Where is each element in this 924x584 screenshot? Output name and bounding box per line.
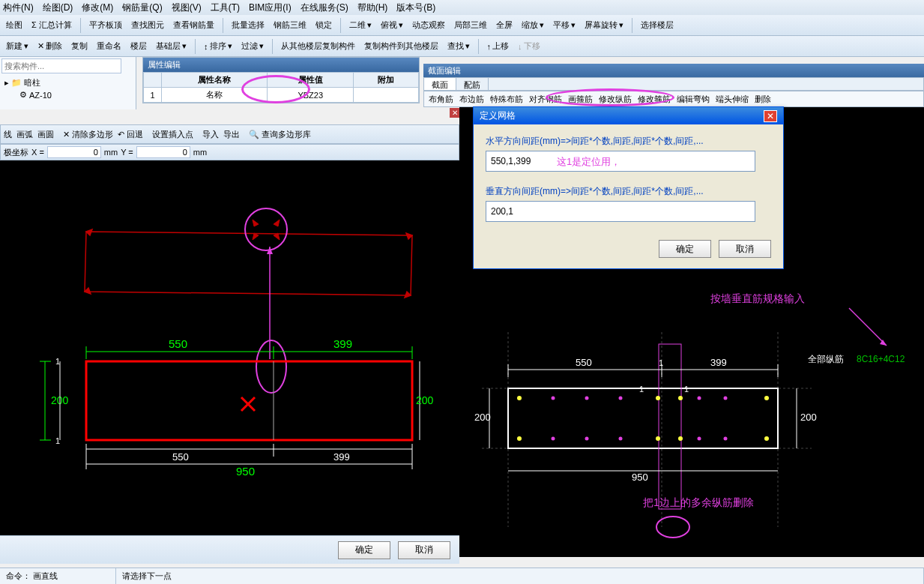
dim-label: 1: [55, 357, 60, 366]
annotation-text: 按墙垂直筋规格输入: [710, 292, 805, 304]
cancel-button[interactable]: 取消: [398, 541, 450, 559]
base-layer-button[interactable]: 基础层 ▾: [153, 39, 190, 53]
section-editor-title: 截面编辑: [423, 64, 924, 78]
search-input[interactable]: [1, 58, 121, 73]
copy-from-floor-button[interactable]: 从其他楼层复制构件: [278, 39, 358, 53]
edit-hook-button[interactable]: 编辑弯钩: [677, 94, 710, 105]
align-rebar-button[interactable]: 对齐钢筋: [529, 94, 562, 105]
status-hint: 请选择下一点: [116, 568, 924, 584]
dynview-button[interactable]: 动态观察: [409, 18, 448, 32]
move-down-button[interactable]: ↓ 下移: [515, 39, 543, 53]
dim-label: 950: [236, 465, 255, 478]
pan-button[interactable]: 平移 ▾: [550, 18, 579, 32]
corner-rebar-button[interactable]: 布角筋: [429, 94, 453, 105]
delete-rebar-button[interactable]: 删除: [755, 94, 771, 105]
new-button[interactable]: 新建 ▾: [3, 39, 31, 53]
layer-button[interactable]: 楼层: [127, 39, 150, 53]
modify-longitudinal-button[interactable]: 修改纵筋: [599, 94, 632, 105]
level-button[interactable]: 平齐板顶: [86, 18, 125, 32]
svg-line-55: [849, 308, 887, 346]
menu-item[interactable]: 构件(N): [3, 1, 34, 14]
menu-item[interactable]: 钢筋量(Q): [122, 1, 162, 14]
menu-item[interactable]: 帮助(H): [357, 1, 388, 14]
menu-item[interactable]: 修改(M): [82, 1, 113, 14]
move-up-button[interactable]: ↑ 上移: [484, 39, 513, 53]
dim-label: 1: [659, 358, 663, 367]
modify-stirrup-button[interactable]: 修改箍筋: [638, 94, 671, 105]
arc-button[interactable]: 画弧: [16, 129, 33, 140]
coord-mode[interactable]: 极坐标: [4, 147, 28, 158]
delete-button[interactable]: ✕ 删除: [34, 39, 65, 53]
special-rebar-button[interactable]: 特殊布筋: [490, 94, 523, 105]
end-extend-button[interactable]: 端头伸缩: [716, 94, 749, 105]
svg-point-33: [764, 436, 769, 441]
rotate-button[interactable]: 屏幕旋转 ▾: [582, 18, 626, 32]
edge-rebar-button[interactable]: 布边筋: [459, 94, 484, 105]
query-poly-button[interactable]: 🔍 查询多边形库: [249, 129, 311, 140]
section-canvas-left[interactable]: 550 399 550 399 950 200 200 1 1: [0, 160, 459, 535]
find-dd-button[interactable]: 查找 ▾: [444, 39, 473, 53]
circle-button[interactable]: 画圆: [37, 129, 54, 140]
menu-item[interactable]: 工具(T): [211, 1, 240, 14]
filter-button[interactable]: 过滤 ▾: [238, 39, 267, 53]
undo-button[interactable]: ↶ 回退: [118, 129, 143, 140]
ok-button[interactable]: 确定: [659, 240, 711, 258]
svg-point-32: [764, 396, 769, 400]
draw-toolbar: 线 画弧 画圆 ✕ 清除多边形 ↶ 回退 设置插入点 导入 导出 🔍 查询多边形…: [0, 124, 459, 144]
tree-root[interactable]: ▸ 📁 暗柱: [4, 76, 131, 89]
draw-stirrup-button[interactable]: 画箍筋: [568, 94, 593, 105]
menu-item[interactable]: 绘图(D): [43, 1, 73, 14]
svg-point-2: [256, 340, 286, 393]
rebar-spec: 8C16+4C12: [857, 354, 905, 364]
top-view-button[interactable]: 俯视 ▾: [378, 18, 406, 32]
rebar-qty-button[interactable]: 查看钢筋量: [170, 18, 217, 32]
table-row[interactable]: 1 名称 YBZ23: [144, 88, 419, 103]
tab-rebar[interactable]: 配筋: [456, 78, 489, 90]
col-name: 属性名称: [162, 73, 268, 88]
menu-item[interactable]: 版本号(B): [396, 1, 435, 14]
vertical-input[interactable]: [486, 201, 755, 222]
zoom-button[interactable]: 缩放 ▾: [519, 18, 547, 32]
dialog-title-text: 定义网格: [480, 109, 516, 122]
clear-poly-button[interactable]: ✕ 清除多边形: [63, 129, 113, 140]
find-button[interactable]: 查找图元: [128, 18, 167, 32]
line-button[interactable]: 线: [4, 129, 12, 140]
sum-button[interactable]: Σ 汇总计算: [28, 18, 75, 32]
horizontal-label: 水平方向间距(mm)=>间距*个数,间距,间距*个数,间距,...: [486, 135, 771, 148]
main-menu: 构件(N) 绘图(D) 修改(M) 钢筋量(Q) 视图(V) 工具(T) BIM…: [0, 0, 924, 15]
close-icon[interactable]: ✕: [450, 108, 459, 118]
sort-button[interactable]: ↕ 排序 ▾: [201, 39, 235, 53]
dim-label: 1: [55, 436, 60, 445]
draw-button[interactable]: 绘图: [3, 18, 25, 32]
x-input[interactable]: [47, 146, 101, 158]
menu-item[interactable]: 视图(V): [172, 1, 202, 14]
cancel-button[interactable]: 取消: [719, 240, 771, 258]
insert-point-button[interactable]: 设置插入点: [152, 129, 193, 140]
ok-button[interactable]: 确定: [338, 541, 390, 559]
dim-label: 1: [684, 385, 689, 394]
copy-to-floor-button[interactable]: 复制构件到其他楼层: [361, 39, 441, 53]
menu-item[interactable]: BIM应用(I): [249, 1, 292, 14]
lock-button[interactable]: 锁定: [312, 18, 335, 32]
tree-child[interactable]: ⚙ AZ-10: [4, 89, 131, 100]
properties-title: 属性编辑: [143, 58, 419, 72]
rebar-3d-button[interactable]: 钢筋三维: [271, 18, 309, 32]
view2d-button[interactable]: 二维 ▾: [346, 18, 375, 32]
fullscreen-button[interactable]: 全屏: [493, 18, 516, 32]
svg-rect-27: [508, 388, 778, 448]
menu-item[interactable]: 在线服务(S): [301, 1, 348, 14]
copy-button[interactable]: 复制: [68, 39, 91, 53]
svg-point-31: [517, 436, 522, 441]
import-button[interactable]: 导入: [202, 129, 219, 140]
rename-button[interactable]: 重命名: [94, 39, 124, 53]
svg-point-0: [245, 208, 287, 250]
local3d-button[interactable]: 局部三维: [451, 18, 490, 32]
floor-select-button[interactable]: 选择楼层: [638, 18, 677, 32]
section-toolbar: 布角筋 布边筋 特殊布筋 对齐钢筋 画箍筋 修改纵筋 修改箍筋 编辑弯钩 端头伸…: [423, 91, 924, 107]
y-input[interactable]: [136, 146, 190, 158]
tab-section[interactable]: 截面: [424, 78, 456, 90]
svg-point-40: [619, 397, 623, 400]
close-icon[interactable]: ✕: [764, 110, 777, 122]
export-button[interactable]: 导出: [223, 129, 240, 140]
multi-select-button[interactable]: 批量选择: [229, 18, 268, 32]
